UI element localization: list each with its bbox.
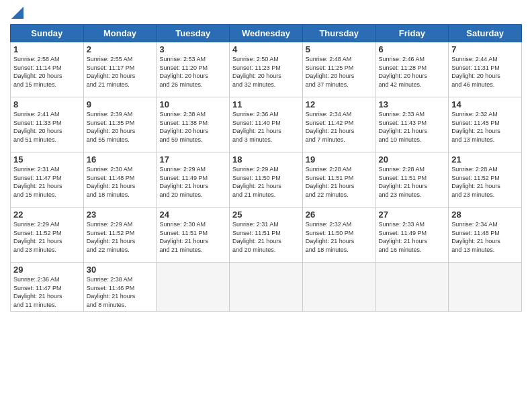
day-number: 19 bbox=[306, 154, 373, 165]
day-number: 20 bbox=[379, 154, 446, 165]
calendar-cell: 2Sunrise: 2:55 AM Sunset: 11:17 PM Dayli… bbox=[83, 42, 157, 97]
calendar-cell bbox=[449, 263, 522, 312]
header bbox=[10, 7, 522, 19]
day-info: Sunrise: 2:30 AM Sunset: 11:48 PM Daylig… bbox=[87, 165, 154, 199]
day-info: Sunrise: 2:36 AM Sunset: 11:40 PM Daylig… bbox=[232, 110, 300, 144]
calendar-cell: 3Sunrise: 2:53 AM Sunset: 11:20 PM Dayli… bbox=[157, 42, 230, 97]
day-info: Sunrise: 2:58 AM Sunset: 11:14 PM Daylig… bbox=[13, 55, 81, 89]
calendar-cell: 28Sunrise: 2:34 AM Sunset: 11:48 PM Dayl… bbox=[449, 208, 522, 263]
calendar-header-row: SundayMondayTuesdayWednesdayThursdayFrid… bbox=[11, 25, 522, 42]
day-number: 7 bbox=[451, 44, 519, 54]
day-number: 28 bbox=[451, 210, 519, 220]
day-info: Sunrise: 2:33 AM Sunset: 11:43 PM Daylig… bbox=[379, 110, 446, 144]
day-info: Sunrise: 2:36 AM Sunset: 11:47 PM Daylig… bbox=[13, 275, 81, 309]
col-header-friday: Friday bbox=[375, 25, 449, 42]
day-number: 14 bbox=[451, 99, 519, 109]
day-info: Sunrise: 2:34 AM Sunset: 11:48 PM Daylig… bbox=[451, 220, 519, 254]
day-number: 22 bbox=[13, 210, 81, 220]
calendar-cell: 16Sunrise: 2:30 AM Sunset: 11:48 PM Dayl… bbox=[83, 152, 157, 208]
day-info: Sunrise: 2:39 AM Sunset: 11:35 PM Daylig… bbox=[87, 110, 154, 144]
day-number: 9 bbox=[87, 99, 154, 109]
day-info: Sunrise: 2:55 AM Sunset: 11:17 PM Daylig… bbox=[87, 55, 154, 89]
calendar-cell bbox=[302, 263, 375, 312]
day-number: 24 bbox=[159, 210, 226, 220]
calendar-week-row: 8Sunrise: 2:41 AM Sunset: 11:33 PM Dayli… bbox=[11, 97, 522, 152]
day-number: 2 bbox=[87, 44, 154, 54]
day-number: 30 bbox=[87, 265, 154, 275]
calendar-week-row: 15Sunrise: 2:31 AM Sunset: 11:47 PM Dayl… bbox=[11, 152, 522, 208]
day-info: Sunrise: 2:50 AM Sunset: 11:23 PM Daylig… bbox=[232, 55, 300, 89]
day-number: 25 bbox=[232, 210, 300, 220]
calendar-cell bbox=[157, 263, 230, 312]
day-number: 5 bbox=[306, 44, 373, 54]
calendar-cell: 19Sunrise: 2:28 AM Sunset: 11:51 PM Dayl… bbox=[302, 152, 375, 208]
day-info: Sunrise: 2:34 AM Sunset: 11:42 PM Daylig… bbox=[306, 110, 373, 144]
calendar-cell: 10Sunrise: 2:38 AM Sunset: 11:38 PM Dayl… bbox=[157, 97, 230, 152]
calendar-cell bbox=[375, 263, 449, 312]
day-info: Sunrise: 2:28 AM Sunset: 11:51 PM Daylig… bbox=[379, 165, 446, 199]
day-number: 27 bbox=[379, 210, 446, 220]
calendar-cell: 24Sunrise: 2:30 AM Sunset: 11:51 PM Dayl… bbox=[157, 208, 230, 263]
day-number: 12 bbox=[306, 99, 373, 109]
day-info: Sunrise: 2:33 AM Sunset: 11:49 PM Daylig… bbox=[379, 220, 446, 254]
calendar-cell: 9Sunrise: 2:39 AM Sunset: 11:35 PM Dayli… bbox=[83, 97, 157, 152]
col-header-saturday: Saturday bbox=[449, 25, 522, 42]
day-number: 29 bbox=[13, 265, 81, 275]
day-info: Sunrise: 2:46 AM Sunset: 11:28 PM Daylig… bbox=[379, 55, 446, 89]
day-info: Sunrise: 2:38 AM Sunset: 11:46 PM Daylig… bbox=[87, 275, 154, 309]
calendar-cell: 30Sunrise: 2:38 AM Sunset: 11:46 PM Dayl… bbox=[83, 263, 157, 312]
calendar-cell bbox=[230, 263, 303, 312]
calendar-cell: 22Sunrise: 2:29 AM Sunset: 11:52 PM Dayl… bbox=[11, 208, 84, 263]
day-info: Sunrise: 2:28 AM Sunset: 11:51 PM Daylig… bbox=[306, 165, 373, 199]
calendar-cell: 7Sunrise: 2:44 AM Sunset: 11:31 PM Dayli… bbox=[449, 42, 522, 97]
calendar-cell: 11Sunrise: 2:36 AM Sunset: 11:40 PM Dayl… bbox=[230, 97, 303, 152]
day-number: 26 bbox=[306, 210, 373, 220]
page: SundayMondayTuesdayWednesdayThursdayFrid… bbox=[0, 0, 532, 411]
day-number: 8 bbox=[13, 99, 81, 109]
calendar-cell: 25Sunrise: 2:31 AM Sunset: 11:51 PM Dayl… bbox=[230, 208, 303, 263]
day-number: 10 bbox=[159, 99, 226, 109]
calendar-week-row: 1Sunrise: 2:58 AM Sunset: 11:14 PM Dayli… bbox=[11, 42, 522, 97]
calendar-cell: 12Sunrise: 2:34 AM Sunset: 11:42 PM Dayl… bbox=[302, 97, 375, 152]
calendar-cell: 1Sunrise: 2:58 AM Sunset: 11:14 PM Dayli… bbox=[11, 42, 84, 97]
day-number: 23 bbox=[87, 210, 154, 220]
day-number: 17 bbox=[159, 154, 226, 165]
calendar-cell: 15Sunrise: 2:31 AM Sunset: 11:47 PM Dayl… bbox=[11, 152, 84, 208]
logo bbox=[10, 7, 24, 19]
day-info: Sunrise: 2:44 AM Sunset: 11:31 PM Daylig… bbox=[451, 55, 519, 89]
day-info: Sunrise: 2:29 AM Sunset: 11:49 PM Daylig… bbox=[159, 165, 226, 199]
day-number: 16 bbox=[87, 154, 154, 165]
day-number: 18 bbox=[232, 154, 300, 165]
calendar-cell: 29Sunrise: 2:36 AM Sunset: 11:47 PM Dayl… bbox=[11, 263, 84, 312]
calendar-cell: 6Sunrise: 2:46 AM Sunset: 11:28 PM Dayli… bbox=[375, 42, 449, 97]
day-info: Sunrise: 2:32 AM Sunset: 11:45 PM Daylig… bbox=[451, 110, 519, 144]
day-info: Sunrise: 2:31 AM Sunset: 11:51 PM Daylig… bbox=[232, 220, 300, 254]
day-number: 11 bbox=[232, 99, 300, 109]
logo-triangle-icon bbox=[11, 7, 24, 19]
calendar-week-row: 29Sunrise: 2:36 AM Sunset: 11:47 PM Dayl… bbox=[11, 263, 522, 312]
day-info: Sunrise: 2:31 AM Sunset: 11:47 PM Daylig… bbox=[13, 165, 81, 199]
day-info: Sunrise: 2:29 AM Sunset: 11:50 PM Daylig… bbox=[232, 165, 300, 199]
col-header-sunday: Sunday bbox=[11, 25, 84, 42]
day-info: Sunrise: 2:30 AM Sunset: 11:51 PM Daylig… bbox=[159, 220, 226, 254]
col-header-monday: Monday bbox=[83, 25, 157, 42]
calendar-cell: 18Sunrise: 2:29 AM Sunset: 11:50 PM Dayl… bbox=[230, 152, 303, 208]
day-info: Sunrise: 2:48 AM Sunset: 11:25 PM Daylig… bbox=[306, 55, 373, 89]
calendar-cell: 20Sunrise: 2:28 AM Sunset: 11:51 PM Dayl… bbox=[375, 152, 449, 208]
col-header-thursday: Thursday bbox=[302, 25, 375, 42]
calendar-table: SundayMondayTuesdayWednesdayThursdayFrid… bbox=[10, 24, 522, 312]
day-number: 21 bbox=[451, 154, 519, 165]
calendar-week-row: 22Sunrise: 2:29 AM Sunset: 11:52 PM Dayl… bbox=[11, 208, 522, 263]
col-header-wednesday: Wednesday bbox=[230, 25, 303, 42]
day-info: Sunrise: 2:32 AM Sunset: 11:50 PM Daylig… bbox=[306, 220, 373, 254]
day-info: Sunrise: 2:38 AM Sunset: 11:38 PM Daylig… bbox=[159, 110, 226, 144]
calendar-cell: 13Sunrise: 2:33 AM Sunset: 11:43 PM Dayl… bbox=[375, 97, 449, 152]
calendar-cell: 4Sunrise: 2:50 AM Sunset: 11:23 PM Dayli… bbox=[230, 42, 303, 97]
day-number: 15 bbox=[13, 154, 81, 165]
day-number: 3 bbox=[159, 44, 226, 54]
day-number: 1 bbox=[13, 44, 81, 54]
day-number: 4 bbox=[232, 44, 300, 54]
svg-marker-0 bbox=[11, 7, 24, 19]
day-info: Sunrise: 2:29 AM Sunset: 11:52 PM Daylig… bbox=[87, 220, 154, 254]
calendar-cell: 8Sunrise: 2:41 AM Sunset: 11:33 PM Dayli… bbox=[11, 97, 84, 152]
